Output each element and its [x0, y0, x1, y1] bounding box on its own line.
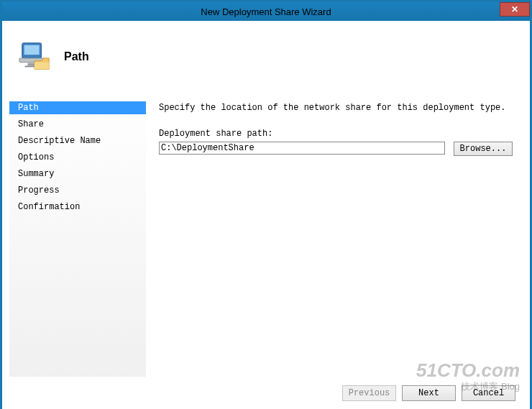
cancel-button[interactable]: Cancel: [462, 385, 515, 401]
window-title: New Deployment Share Wizard: [201, 6, 331, 17]
sidebar-item-summary[interactable]: Summary: [9, 167, 146, 180]
instruction-text: Specify the location of the network shar…: [159, 103, 517, 113]
wizard-footer: Previous Next Cancel: [2, 377, 530, 409]
close-button[interactable]: ✕: [500, 2, 530, 17]
svg-rect-1: [24, 45, 40, 55]
browse-button[interactable]: Browse...: [454, 142, 513, 156]
main-panel: Specify the location of the network shar…: [146, 93, 530, 377]
previous-button: Previous: [342, 385, 396, 401]
deployment-path-input[interactable]: [159, 142, 445, 155]
sidebar-item-path[interactable]: Path: [9, 101, 146, 114]
close-icon: ✕: [511, 4, 518, 14]
wizard-header: Path: [2, 21, 530, 93]
content-area: Path Share Descriptive Name Options Summ…: [2, 93, 530, 377]
window-frame: New Deployment Share Wizard ✕ Path: [0, 0, 532, 409]
titlebar: New Deployment Share Wizard ✕: [2, 2, 530, 21]
sidebar-item-confirmation[interactable]: Confirmation: [9, 201, 146, 213]
wizard-body: Path Path Share Descriptive Name Options…: [2, 21, 530, 409]
path-field-row: Browse...: [159, 142, 517, 156]
next-button[interactable]: Next: [402, 385, 456, 401]
sidebar-item-descriptive-name[interactable]: Descriptive Name: [9, 134, 146, 147]
path-field-label: Deployment share path:: [159, 129, 517, 139]
sidebar-item-options[interactable]: Options: [9, 151, 146, 164]
wizard-sidebar: Path Share Descriptive Name Options Summ…: [9, 93, 146, 377]
computer-folder-icon: [18, 40, 51, 73]
page-title: Path: [64, 50, 89, 63]
sidebar-item-share[interactable]: Share: [9, 118, 146, 131]
sidebar-item-progress[interactable]: Progress: [9, 184, 146, 197]
